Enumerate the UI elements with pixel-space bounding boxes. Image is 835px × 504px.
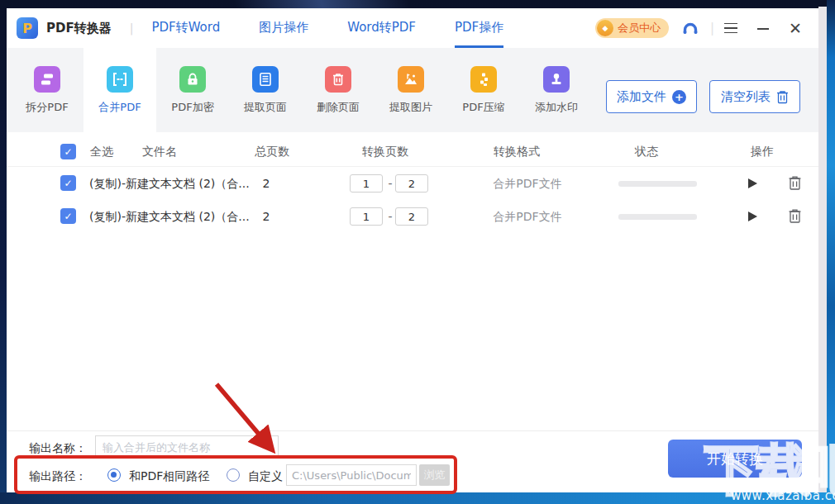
- tool-encrypt-pdf[interactable]: PDF加密: [156, 48, 229, 132]
- page-to-input[interactable]: [395, 174, 428, 193]
- output-path-input[interactable]: [286, 464, 417, 486]
- progress-bar: [618, 214, 697, 220]
- row-total-pages: 2: [255, 167, 278, 200]
- play-icon[interactable]: [748, 178, 757, 188]
- header-total-pages: 总页数: [255, 136, 289, 167]
- wallpaper-bottom-band: [0, 492, 835, 504]
- clear-list-button[interactable]: 清空列表: [709, 80, 800, 113]
- wallpaper-blue-band: [827, 0, 835, 504]
- extract-images-icon: [398, 66, 424, 93]
- page-to-input[interactable]: [395, 207, 428, 226]
- tool-extract-pages[interactable]: 提取页面: [229, 48, 302, 132]
- output-name-input[interactable]: [95, 435, 279, 459]
- tool-compress-pdf[interactable]: PDF压缩: [447, 48, 520, 132]
- page-from-input[interactable]: [350, 174, 383, 193]
- customer-service-headset-icon[interactable]: [680, 18, 700, 38]
- header-actions: 操作: [751, 136, 774, 167]
- file-table-header: ✓ 全选 文件名 总页数 转换页数 转换格式 状态 操作: [7, 136, 818, 167]
- custom-path-label: 自定义: [248, 469, 283, 484]
- pdf-tools-toolbar: 拆分PDF 合并PDF PDF加: [7, 48, 818, 132]
- app-logo-icon: P: [17, 17, 38, 39]
- tab-pdf-ops[interactable]: PDF操作: [455, 8, 503, 48]
- app-title: PDF转换器: [46, 21, 112, 36]
- desktop-background: P PDF转换器 | PDF转Word 图片操作 Word转PDF PDF操作 …: [0, 0, 835, 504]
- row-filename: (复制)-新建文本文档 (2)（合...: [89, 200, 250, 233]
- page-range-dash: -: [385, 167, 395, 200]
- row-total-pages: 2: [255, 200, 278, 233]
- title-separator: |: [130, 21, 134, 35]
- row-convert-format: 合并PDF文件: [482, 167, 573, 200]
- plus-circle-icon: +: [672, 90, 686, 104]
- delete-pages-trash-icon: [325, 66, 351, 93]
- tool-split-pdf[interactable]: 拆分PDF: [11, 48, 84, 132]
- titlebar: P PDF转换器 | PDF转Word 图片操作 Word转PDF PDF操作 …: [7, 8, 818, 48]
- bottom-divider: [7, 430, 818, 431]
- same-path-radio[interactable]: [107, 468, 121, 482]
- compress-pdf-icon: [470, 66, 497, 93]
- minimize-icon[interactable]: [757, 28, 769, 30]
- vip-diamond-icon: ◆: [597, 20, 613, 36]
- merge-pdf-icon: [107, 66, 133, 93]
- row-checkbox[interactable]: ✓: [60, 208, 76, 224]
- header-format: 转换格式: [494, 136, 540, 167]
- select-all-checkbox[interactable]: ✓: [60, 144, 76, 159]
- app-window: P PDF转换器 | PDF转Word 图片操作 Word转PDF PDF操作 …: [7, 8, 818, 492]
- row-checkbox[interactable]: ✓: [60, 175, 76, 191]
- header-convert-pages: 转换页数: [362, 136, 408, 167]
- start-convert-button[interactable]: 开始转换: [668, 440, 802, 478]
- table-row: ✓ (复制)-新建文本文档 (2)（合... 2 - 合并PDF文件: [7, 167, 818, 200]
- same-path-label: 和PDF相同路径: [129, 469, 209, 484]
- table-row: ✓ (复制)-新建文本文档 (2)（合... 2 - 合并PDF文件: [7, 200, 818, 233]
- tab-image-ops[interactable]: 图片操作: [259, 8, 308, 48]
- row-filename: (复制)-新建文本文档 (2)（合...: [89, 167, 250, 200]
- header-select-all: 全选: [90, 136, 113, 167]
- tab-word-to-pdf[interactable]: Word转PDF: [347, 8, 416, 48]
- custom-path-radio[interactable]: [227, 468, 240, 482]
- progress-bar: [618, 181, 697, 187]
- member-center-badge[interactable]: ◆ 会员中心: [595, 18, 669, 38]
- tool-extract-images[interactable]: 提取图片: [375, 48, 447, 132]
- header-filename: 文件名: [142, 136, 177, 167]
- page-range-dash: -: [385, 200, 395, 233]
- delete-row-trash-icon[interactable]: [788, 175, 802, 191]
- header-status: 状态: [635, 136, 658, 167]
- play-icon[interactable]: [748, 212, 757, 221]
- tool-merge-pdf[interactable]: 合并PDF: [84, 48, 156, 132]
- split-pdf-icon: [34, 66, 60, 93]
- menu-hamburger-icon[interactable]: [724, 23, 737, 34]
- trash-outline-icon: [776, 90, 789, 104]
- close-icon[interactable]: ✕: [789, 21, 802, 36]
- tool-delete-pages[interactable]: 删除页面: [302, 48, 375, 132]
- output-path-label: 输出路径：: [29, 469, 87, 484]
- add-files-button[interactable]: 添加文件 +: [606, 80, 697, 113]
- tab-pdf-to-word[interactable]: PDF转Word: [151, 8, 220, 48]
- extract-pages-icon: [252, 66, 279, 93]
- row-convert-format: 合并PDF文件: [482, 200, 573, 233]
- delete-row-trash-icon[interactable]: [788, 208, 802, 224]
- page-from-input[interactable]: [350, 207, 383, 226]
- add-watermark-stamp-icon: [543, 66, 570, 93]
- controls-separator: |: [710, 21, 714, 36]
- output-name-label: 输出名称：: [29, 441, 87, 456]
- tool-add-watermark[interactable]: 添加水印: [520, 48, 593, 132]
- browse-button[interactable]: 浏览: [419, 464, 450, 486]
- lock-icon: [179, 66, 206, 93]
